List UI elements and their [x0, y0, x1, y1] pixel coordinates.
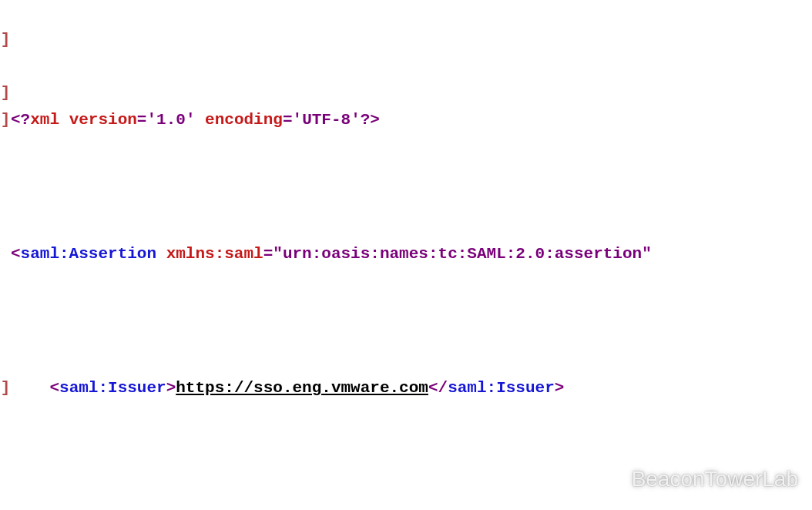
code-line: <saml:Issuer>https://sso.eng.vmware.com<…	[11, 375, 812, 402]
fold-marker[interactable]: ]	[0, 375, 11, 402]
fold-marker[interactable]: ]	[0, 80, 11, 107]
fold-gutter: ] ] ] ]	[0, 0, 11, 510]
xml-editor: ] ] ] ] <?xml version='1.0' encoding='UT…	[0, 0, 812, 510]
fold-marker[interactable]: ]	[0, 27, 11, 54]
fold-marker[interactable]: ]	[0, 107, 11, 134]
code-area[interactable]: <?xml version='1.0' encoding='UTF-8'?> <…	[11, 0, 812, 510]
code-line: <?xml version='1.0' encoding='UTF-8'?>	[11, 107, 812, 134]
code-line: <saml:Assertion xmlns:saml="urn:oasis:na…	[11, 241, 812, 268]
